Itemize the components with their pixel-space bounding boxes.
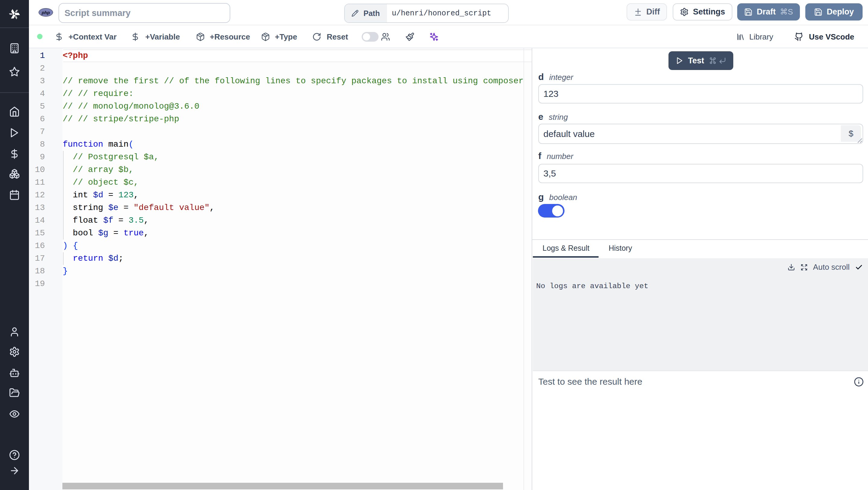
svg-text:php: php — [41, 10, 50, 15]
